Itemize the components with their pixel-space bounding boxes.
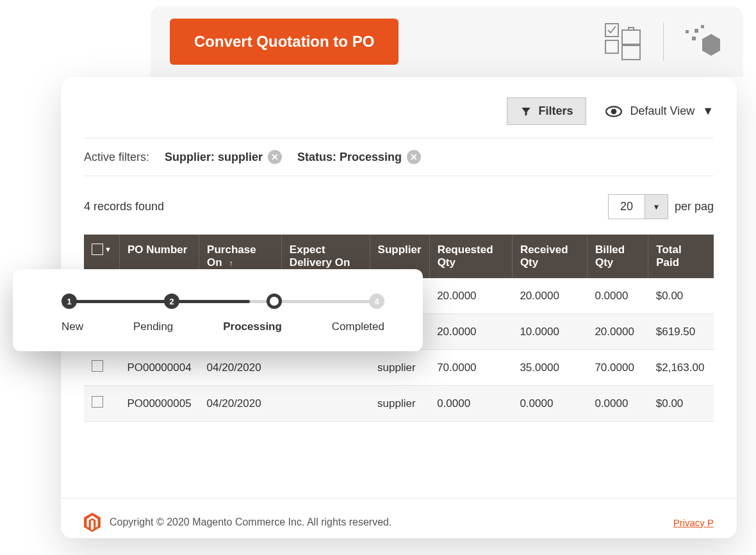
eye-icon (605, 106, 622, 117)
step-dot-pending: 2 (164, 294, 179, 309)
step-label-processing: Processing (223, 320, 282, 333)
row-checkbox[interactable] (92, 360, 103, 372)
svg-rect-2 (622, 30, 640, 44)
col-received-qty[interactable]: Received Qty (512, 235, 587, 278)
records-bar: 4 records found 20 ▼ per pag (84, 176, 714, 235)
step-dot-new: 1 (62, 294, 77, 309)
active-filters: Active filters: Supplier: supplier ✕ Sta… (84, 138, 714, 176)
header-bar: Convert Quotation to PO (151, 6, 743, 77)
privacy-link[interactable]: Privacy P (673, 517, 714, 528)
header-icons (603, 21, 724, 62)
filters-label: Filters (538, 104, 573, 118)
step-label-new: New (62, 320, 83, 333)
funnel-icon (520, 106, 532, 117)
checklist-boxes-icon (603, 21, 644, 62)
col-total-paid[interactable]: Total Paid (648, 235, 714, 278)
footer: Copyright © 2020 Magento Commerce Inc. A… (61, 498, 737, 538)
per-page-label: per pag (675, 200, 714, 213)
filters-button[interactable]: Filters (507, 97, 586, 125)
active-filters-label: Active filters: (84, 151, 149, 164)
svg-point-11 (611, 108, 617, 114)
svg-rect-9 (701, 25, 704, 28)
table-row[interactable]: PO00000004 04/20/2020 supplier 70.0000 3… (84, 350, 714, 386)
svg-rect-3 (622, 46, 640, 60)
divider (663, 22, 664, 61)
sort-asc-icon: ↑ (229, 259, 233, 268)
row-checkbox[interactable] (92, 396, 103, 408)
page-size-select[interactable]: 20 ▼ (608, 194, 668, 219)
magento-logo-icon (84, 513, 101, 532)
filter-chip-supplier: Supplier: supplier ✕ (165, 150, 282, 164)
svg-rect-7 (686, 30, 689, 33)
svg-rect-8 (694, 29, 698, 33)
col-billed-qty[interactable]: Billed Qty (587, 235, 648, 278)
step-label-completed: Completed (332, 320, 384, 333)
col-requested-qty[interactable]: Requested Qty (429, 235, 512, 278)
convert-quotation-button[interactable]: Convert Quotation to PO (170, 19, 399, 65)
step-dot-completed: 4 (369, 294, 384, 309)
status-stepper: 1 2 4 New Pending Processing Completed (13, 269, 423, 351)
records-found: 4 records found (84, 200, 164, 213)
default-view-dropdown[interactable]: Default View ▼ (605, 104, 714, 118)
chevron-down-icon: ▼ (702, 104, 714, 118)
step-dot-processing (267, 294, 282, 309)
step-label-pending: Pending (133, 320, 173, 333)
filter-chip-status: Status: Processing ✕ (297, 150, 421, 164)
remove-filter-status[interactable]: ✕ (407, 150, 421, 164)
copyright-text: Copyright © 2020 Magento Commerce Inc. A… (110, 517, 391, 528)
grid-toolbar: Filters Default View ▼ (84, 97, 714, 138)
page-size-control: 20 ▼ per pag (608, 194, 714, 219)
remove-filter-supplier[interactable]: ✕ (268, 150, 282, 164)
table-row[interactable]: PO00000005 04/20/2020 supplier 0.0000 0.… (84, 386, 714, 422)
hexagon-dots-icon (683, 21, 724, 62)
chevron-down-icon: ▼ (645, 195, 668, 219)
svg-rect-1 (605, 40, 618, 53)
svg-marker-5 (702, 34, 720, 56)
select-all-checkbox[interactable]: ▼ (92, 244, 111, 255)
svg-rect-6 (692, 37, 696, 40)
svg-rect-4 (629, 28, 634, 30)
view-label: Default View (630, 104, 694, 118)
